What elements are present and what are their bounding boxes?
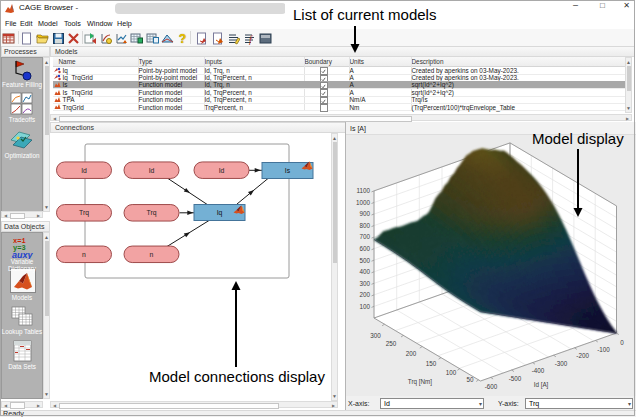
svg-text:1100: 1100 <box>356 187 370 194</box>
svg-text:700: 700 <box>359 233 370 240</box>
svg-text:300: 300 <box>359 280 370 287</box>
svg-text:300: 300 <box>370 332 381 339</box>
svg-text:Trq: Trq <box>147 209 157 217</box>
svg-text:-200: -200 <box>576 352 589 359</box>
svg-text:Id: Id <box>219 167 225 174</box>
svg-text:n: n <box>82 251 86 258</box>
svg-text:-400: -400 <box>532 367 545 374</box>
svg-text:-500: -500 <box>509 375 522 382</box>
svg-text:50: 50 <box>466 376 474 383</box>
svg-text:0: 0 <box>620 339 624 346</box>
svg-text:Id: Id <box>149 167 155 174</box>
svg-text:Trq [Nm]: Trq [Nm] <box>408 378 433 386</box>
svg-text:400: 400 <box>359 268 370 275</box>
svg-text:Is: Is <box>285 167 291 174</box>
svg-text:Iq: Iq <box>217 209 223 217</box>
svg-text:?: ? <box>179 32 186 45</box>
svg-text:250: 250 <box>386 340 397 347</box>
svg-text:Trq: Trq <box>79 209 89 217</box>
svg-text:200: 200 <box>406 350 417 357</box>
svg-text:-300: -300 <box>555 360 568 367</box>
svg-text:Id [A]: Id [A] <box>534 381 549 389</box>
svg-text:200: 200 <box>359 291 370 298</box>
svg-text:Id: Id <box>81 167 87 174</box>
svg-text:800: 800 <box>359 222 370 229</box>
svg-text:n: n <box>150 251 154 258</box>
svg-text:500: 500 <box>359 257 370 264</box>
svg-text:600: 600 <box>359 245 370 252</box>
svg-text:100: 100 <box>446 369 457 376</box>
svg-text:900: 900 <box>359 210 370 217</box>
svg-text:-600: -600 <box>485 383 498 390</box>
svg-text:1000: 1000 <box>356 199 371 206</box>
svg-text:150: 150 <box>426 360 437 367</box>
svg-text:100: 100 <box>359 303 370 310</box>
svg-text:-100: -100 <box>597 346 610 353</box>
